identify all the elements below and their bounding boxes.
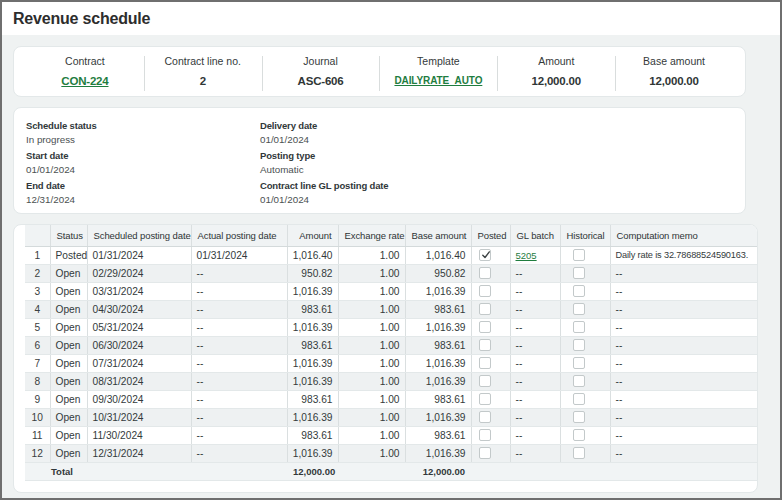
- cell-scheduled-posting-date: 01/31/2024: [87, 246, 191, 264]
- summary-value: 2: [200, 74, 206, 88]
- cell-base-amount: 1,016.39: [405, 444, 471, 462]
- page-header: Revenue schedule: [2, 2, 780, 35]
- summary-card: ContractCON-224Contract line no.2Journal…: [13, 46, 746, 97]
- summary-value: 12,000.00: [532, 74, 581, 88]
- posted-checkbox-row-6[interactable]: [479, 339, 491, 351]
- cell-scheduled-posting-date: 12/31/2024: [87, 444, 191, 462]
- cell-actual-posting-date: --: [191, 318, 287, 336]
- cell-gl-batch: --: [510, 264, 560, 282]
- cell-exchange-rate: 1.00: [338, 264, 405, 282]
- historical-checkbox-row-10[interactable]: [573, 411, 585, 423]
- detail-value: 12/31/2024: [26, 194, 97, 206]
- historical-checkbox-row-12[interactable]: [573, 447, 585, 459]
- cell-row-number: 5: [25, 318, 50, 336]
- cell-row-number: 8: [25, 372, 50, 390]
- posted-checkbox-row-9[interactable]: [479, 393, 491, 405]
- historical-checkbox-row-8[interactable]: [573, 375, 585, 387]
- cell-amount: 1,016.40: [287, 246, 338, 264]
- cell-base-amount: 1,016.39: [405, 318, 471, 336]
- historical-checkbox-row-4[interactable]: [573, 303, 585, 315]
- historical-checkbox-row-9[interactable]: [573, 393, 585, 405]
- cell-status: Open: [50, 444, 87, 462]
- cell-computation-memo: --: [610, 408, 758, 426]
- gl-batch-link[interactable]: 5205: [516, 250, 537, 261]
- cell-exchange-rate: 1.00: [338, 282, 405, 300]
- cell-computation-memo: --: [610, 264, 758, 282]
- cell-scheduled-posting-date: 05/31/2024: [87, 318, 191, 336]
- detail-field-delivery-date: Delivery date01/01/2024: [260, 120, 388, 146]
- cell-gl-batch: --: [510, 354, 560, 372]
- historical-checkbox-row-11[interactable]: [573, 429, 585, 441]
- summary-value-link-contract[interactable]: CON-224: [61, 74, 108, 88]
- cell-status: Posted: [50, 246, 87, 264]
- cell-gl-batch: --: [510, 426, 560, 444]
- schedule-row-5: 5Open05/31/2024--1,016.391.001,016.39---…: [25, 318, 758, 336]
- detail-field-end-date: End date12/31/2024: [26, 180, 97, 206]
- column-header-historical: Historical: [560, 225, 610, 246]
- cell-status: Open: [50, 372, 87, 390]
- schedule-row-6: 6Open06/30/2024--983.611.00983.61----: [25, 336, 758, 354]
- posted-checkbox-row-8[interactable]: [479, 375, 491, 387]
- cell-historical: [560, 246, 610, 264]
- cell-status: Open: [50, 318, 87, 336]
- cell-row-number: 10: [25, 408, 50, 426]
- column-header-computation-memo: Computation memo: [610, 225, 758, 246]
- historical-checkbox-row-3[interactable]: [573, 285, 585, 297]
- cell-base-amount: 983.61: [405, 390, 471, 408]
- posted-checkbox-row-2[interactable]: [479, 267, 491, 279]
- detail-field-start-date: Start date01/01/2024: [26, 150, 97, 176]
- posted-checkbox-row-12[interactable]: [479, 447, 491, 459]
- posted-checkbox-row-11[interactable]: [479, 429, 491, 441]
- details-right-column: Delivery date01/01/2024Posting typeAutom…: [260, 120, 388, 210]
- cell-status: Open: [50, 408, 87, 426]
- cell-actual-posting-date: --: [191, 426, 287, 444]
- summary-field-template: TemplateDAILYRATE_AUTO: [379, 47, 497, 96]
- historical-checkbox-row-1[interactable]: [573, 249, 585, 261]
- posted-checkbox-row-4[interactable]: [479, 303, 491, 315]
- cell-scheduled-posting-date: 02/29/2024: [87, 264, 191, 282]
- total-spacer: [338, 462, 405, 480]
- cell-gl-batch: --: [510, 336, 560, 354]
- detail-label: Schedule status: [26, 120, 97, 132]
- cell-scheduled-posting-date: 11/30/2024: [87, 426, 191, 444]
- historical-checkbox-row-6[interactable]: [573, 339, 585, 351]
- posted-checkbox-row-1[interactable]: [479, 249, 491, 261]
- cell-posted: [471, 426, 510, 444]
- summary-value: 12,000.00: [649, 74, 698, 88]
- cell-posted: [471, 408, 510, 426]
- posted-checkbox-row-10[interactable]: [479, 411, 491, 423]
- cell-actual-posting-date: --: [191, 336, 287, 354]
- summary-value: ASC-606: [298, 74, 344, 88]
- cell-historical: [560, 354, 610, 372]
- cell-amount: 1,016.39: [287, 372, 338, 390]
- schedule-row-7: 7Open07/31/2024--1,016.391.001,016.39---…: [25, 354, 758, 372]
- historical-checkbox-row-5[interactable]: [573, 321, 585, 333]
- column-header-amount: Amount: [287, 225, 338, 246]
- cell-scheduled-posting-date: 07/31/2024: [87, 354, 191, 372]
- column-header-scheduled-posting-date: Scheduled posting date: [87, 225, 191, 246]
- cell-row-number: 7: [25, 354, 50, 372]
- schedule-row-9: 9Open09/30/2024--983.611.00983.61----: [25, 390, 758, 408]
- cell-exchange-rate: 1.00: [338, 336, 405, 354]
- cell-exchange-rate: 1.00: [338, 444, 405, 462]
- summary-field-contract: ContractCON-224: [26, 47, 144, 96]
- summary-label: Amount: [538, 55, 574, 68]
- table-body: 1Posted01/31/202401/31/20241,016.401.001…: [25, 246, 758, 480]
- historical-checkbox-row-7[interactable]: [573, 357, 585, 369]
- detail-value: 01/01/2024: [260, 194, 388, 206]
- cell-scheduled-posting-date: 06/30/2024: [87, 336, 191, 354]
- cell-gl-batch: --: [510, 390, 560, 408]
- cell-row-number: 1: [25, 246, 50, 264]
- posted-checkbox-row-3[interactable]: [479, 285, 491, 297]
- cell-scheduled-posting-date: 03/31/2024: [87, 282, 191, 300]
- cell-historical: [560, 282, 610, 300]
- posted-checkbox-row-7[interactable]: [479, 357, 491, 369]
- historical-checkbox-row-2[interactable]: [573, 267, 585, 279]
- summary-field-contract-line-no: Contract line no.2: [144, 47, 262, 96]
- detail-field-schedule-status: Schedule statusIn progress: [26, 120, 97, 146]
- total-spacer: [25, 462, 50, 480]
- summary-value-link-template[interactable]: DAILYRATE_AUTO: [394, 74, 482, 88]
- posted-checkbox-row-5[interactable]: [479, 321, 491, 333]
- revenue-schedule-page: Revenue schedule ContractCON-224Contract…: [0, 0, 782, 500]
- table-header-row: StatusScheduled posting dateActual posti…: [25, 225, 758, 246]
